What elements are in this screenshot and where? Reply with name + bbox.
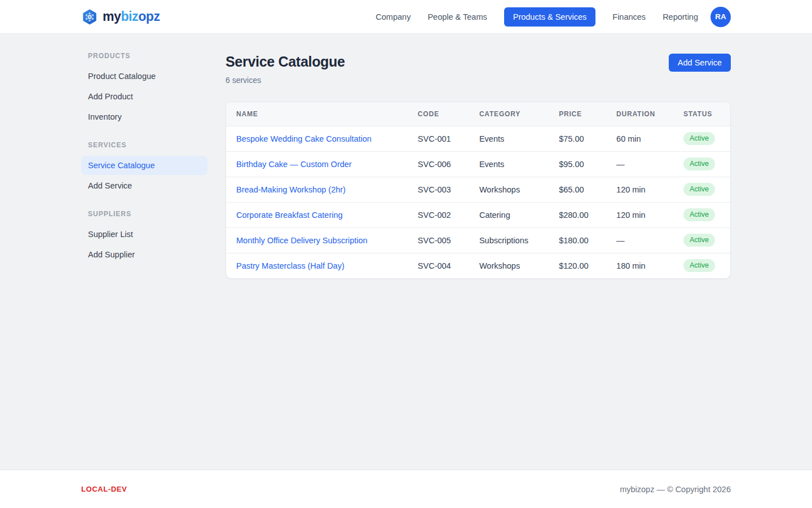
sidebar-item-add-product[interactable]: Add Product (81, 87, 208, 106)
service-name-link[interactable]: Bread-Making Workshop (2hr) (236, 185, 346, 194)
user-avatar[interactable]: RA (710, 7, 731, 27)
footer: LOCAL-DEV mybizopz — © Copyright 2026 (0, 470, 812, 508)
cell-duration: 60 min (606, 126, 673, 151)
cell-name: Bread-Making Workshop (2hr) (226, 177, 408, 202)
services-count: 6 services (226, 76, 345, 85)
table-header-row: NAMECODECATEGORYPRICEDURATIONSTATUS (226, 102, 730, 126)
cell-name: Bespoke Wedding Cake Consultation (226, 126, 408, 151)
cell-category: Events (469, 151, 549, 177)
column-header-price: PRICE (549, 102, 606, 126)
cell-duration: 120 min (606, 202, 673, 227)
service-name-link[interactable]: Monthly Office Delivery Subscription (236, 236, 368, 245)
brand-logo[interactable]: mybizopz (81, 8, 160, 26)
table-row: Bread-Making Workshop (2hr)SVC-003Worksh… (226, 177, 730, 202)
cell-category: Events (469, 126, 549, 151)
sidebar-section-title: SUPPLIERS (81, 210, 208, 218)
page-title: Service Catalogue (226, 54, 345, 70)
cell-duration: — (606, 227, 673, 253)
cell-price: $65.00 (549, 177, 606, 202)
services-table-card: NAMECODECATEGORYPRICEDURATIONSTATUS Besp… (226, 102, 731, 279)
cell-code: SVC-001 (408, 126, 469, 151)
nav-item-finances[interactable]: Finances (612, 12, 646, 21)
sidebar-item-inventory[interactable]: Inventory (81, 107, 208, 126)
cell-price: $280.00 (549, 202, 606, 227)
cell-category: Subscriptions (469, 227, 549, 253)
sidebar-section-title: PRODUCTS (81, 52, 208, 60)
table-row: Corporate Breakfast CateringSVC-002Cater… (226, 202, 730, 227)
sidebar-item-supplier-list[interactable]: Supplier List (81, 225, 208, 244)
cell-name: Pastry Masterclass (Half Day) (226, 253, 408, 278)
cell-price: $95.00 (549, 151, 606, 177)
table-row: Bespoke Wedding Cake ConsultationSVC-001… (226, 126, 730, 151)
cell-status: Active (673, 177, 730, 202)
main-content: Service Catalogue 6 services Add Service… (226, 52, 731, 279)
cell-category: Catering (469, 202, 549, 227)
column-header-category: CATEGORY (469, 102, 549, 126)
cell-status: Active (673, 126, 730, 151)
wordmark-part-3: opz (138, 9, 160, 24)
sidebar-section-products: PRODUCTSProduct CatalogueAdd ProductInve… (81, 52, 208, 126)
hexagon-network-icon (81, 8, 98, 26)
cell-price: $180.00 (549, 227, 606, 253)
cell-name: Birthday Cake — Custom Order (226, 151, 408, 177)
wordmark-part-2: biz (121, 9, 138, 24)
sidebar-item-add-supplier[interactable]: Add Supplier (81, 245, 208, 264)
status-badge: Active (683, 234, 715, 247)
sidebar: PRODUCTSProduct CatalogueAdd ProductInve… (81, 52, 208, 279)
sidebar-section-services: SERVICESService CatalogueAdd Service (81, 141, 208, 195)
cell-duration: 120 min (606, 177, 673, 202)
column-header-duration: DURATION (606, 102, 673, 126)
cell-status: Active (673, 227, 730, 253)
wordmark-part-1: my (103, 9, 121, 24)
cell-code: SVC-005 (408, 227, 469, 253)
copyright-text: mybizopz — © Copyright 2026 (620, 485, 731, 494)
nav-item-reporting[interactable]: Reporting (663, 12, 698, 21)
sidebar-section-title: SERVICES (81, 141, 208, 149)
cell-category: Workshops (469, 253, 549, 278)
cell-price: $120.00 (549, 253, 606, 278)
status-badge: Active (683, 259, 715, 272)
primary-nav: CompanyPeople & TeamsProducts & Services… (376, 12, 698, 22)
cell-duration: 180 min (606, 253, 673, 278)
brand-wordmark: mybizopz (103, 10, 160, 23)
nav-item-people-teams[interactable]: People & Teams (427, 12, 487, 21)
cell-code: SVC-004 (408, 253, 469, 278)
table-row: Pastry Masterclass (Half Day)SVC-004Work… (226, 253, 730, 278)
cell-name: Corporate Breakfast Catering (226, 202, 408, 227)
service-name-link[interactable]: Pastry Masterclass (Half Day) (236, 261, 345, 270)
status-badge: Active (683, 208, 715, 221)
sidebar-item-add-service[interactable]: Add Service (81, 176, 208, 195)
status-badge: Active (683, 183, 715, 196)
column-header-status: STATUS (673, 102, 730, 126)
nav-item-products-services[interactable]: Products & Services (504, 7, 596, 27)
cell-category: Workshops (469, 177, 549, 202)
service-name-link[interactable]: Corporate Breakfast Catering (236, 211, 343, 220)
sidebar-item-service-catalogue[interactable]: Service Catalogue (81, 156, 208, 175)
cell-status: Active (673, 253, 730, 278)
cell-duration: — (606, 151, 673, 177)
table-row: Monthly Office Delivery SubscriptionSVC-… (226, 227, 730, 253)
status-badge: Active (683, 157, 715, 170)
service-name-link[interactable]: Birthday Cake — Custom Order (236, 160, 352, 169)
cell-price: $75.00 (549, 126, 606, 151)
sidebar-item-product-catalogue[interactable]: Product Catalogue (81, 67, 208, 86)
cell-code: SVC-002 (408, 202, 469, 227)
page-body: PRODUCTSProduct CatalogueAdd ProductInve… (0, 34, 812, 470)
column-header-name: NAME (226, 102, 408, 126)
env-badge: LOCAL-DEV (81, 485, 127, 493)
cell-status: Active (673, 151, 730, 177)
table-row: Birthday Cake — Custom OrderSVC-006Event… (226, 151, 730, 177)
cell-code: SVC-006 (408, 151, 469, 177)
top-navbar: mybizopz CompanyPeople & TeamsProducts &… (0, 0, 812, 34)
nav-item-company[interactable]: Company (376, 12, 411, 21)
cell-status: Active (673, 202, 730, 227)
main-header: Service Catalogue 6 services Add Service (226, 54, 731, 85)
add-service-button[interactable]: Add Service (669, 54, 731, 72)
service-name-link[interactable]: Bespoke Wedding Cake Consultation (236, 134, 372, 143)
services-table: NAMECODECATEGORYPRICEDURATIONSTATUS Besp… (226, 102, 730, 278)
status-badge: Active (683, 132, 715, 145)
cell-name: Monthly Office Delivery Subscription (226, 227, 408, 253)
column-header-code: CODE (408, 102, 469, 126)
sidebar-section-suppliers: SUPPLIERSSupplier ListAdd Supplier (81, 210, 208, 264)
cell-code: SVC-003 (408, 177, 469, 202)
